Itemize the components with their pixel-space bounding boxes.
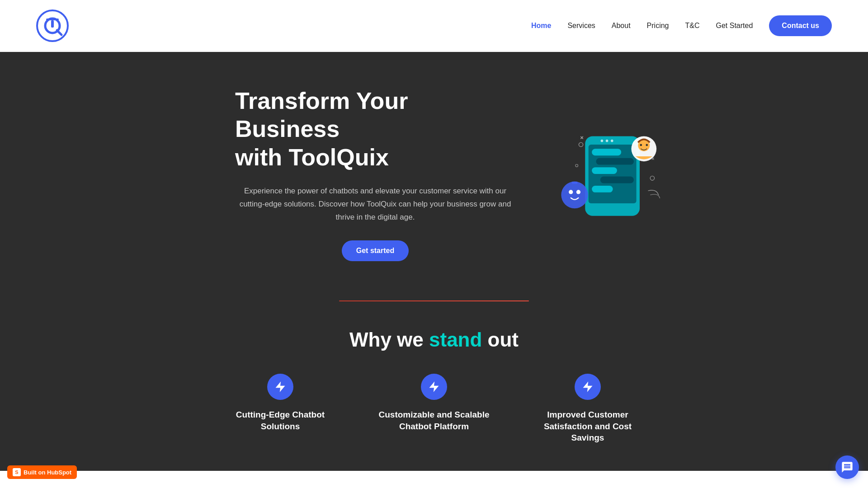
feature-item-3: Improved Customer Satisfaction and Cost … — [529, 374, 646, 444]
svg-rect-18 — [572, 182, 578, 184]
hero-section: Transform Your Business with ToolQuix Ex… — [0, 52, 868, 296]
svg-text:×: × — [580, 134, 584, 141]
svg-rect-11 — [592, 186, 613, 192]
svg-point-25 — [576, 164, 578, 167]
hubspot-icon: S — [13, 468, 21, 471]
nav-tc[interactable]: T&C — [685, 22, 700, 30]
feature-title-2: Customizable and Scalable Chatbot Platfo… — [375, 409, 493, 432]
svg-rect-7 — [592, 149, 621, 155]
nav-pricing[interactable]: Pricing — [647, 22, 669, 30]
site-header: Home Services About Pricing T&C Get Star… — [0, 0, 868, 52]
feature-title-1: Cutting-Edge Chatbot Solutions — [222, 409, 339, 432]
contact-us-button[interactable]: Contact us — [769, 15, 832, 36]
hero-content: Transform Your Business with ToolQuix Ex… — [235, 87, 515, 261]
svg-point-16 — [569, 190, 573, 194]
features-row: Cutting-Edge Chatbot Solutions Customiza… — [36, 374, 832, 444]
nav-get-started[interactable]: Get Started — [716, 22, 753, 30]
svg-rect-3 — [46, 19, 59, 20]
nav-home[interactable]: Home — [531, 22, 551, 30]
svg-point-24 — [650, 176, 654, 180]
feature-icon-3 — [575, 374, 601, 400]
svg-point-12 — [601, 140, 604, 142]
feature-title-3: Improved Customer Satisfaction and Cost … — [529, 409, 646, 444]
svg-point-22 — [646, 144, 648, 146]
main-nav: Home Services About Pricing T&C Get Star… — [531, 15, 832, 36]
divider-section — [0, 296, 868, 319]
logo[interactable] — [36, 9, 69, 42]
svg-line-2 — [57, 30, 61, 35]
svg-rect-9 — [592, 167, 617, 174]
nav-services[interactable]: Services — [567, 22, 595, 30]
feature-item-1: Cutting-Edge Chatbot Solutions — [222, 374, 339, 444]
section-divider — [339, 300, 529, 301]
svg-point-14 — [611, 140, 613, 142]
svg-point-23 — [579, 142, 583, 146]
svg-point-13 — [606, 140, 609, 142]
hero-title: Transform Your Business with ToolQuix — [235, 87, 515, 171]
svg-rect-10 — [600, 177, 634, 183]
nav-about[interactable]: About — [612, 22, 631, 30]
hubspot-badge[interactable]: S Built on HubSpot — [7, 465, 77, 471]
svg-rect-4 — [51, 20, 54, 28]
feature-icon-2 — [421, 374, 447, 400]
svg-point-15 — [561, 182, 588, 208]
feature-icon-1 — [267, 374, 293, 400]
hero-illustration: × × — [542, 120, 678, 228]
stand-out-title: Why we stand out — [36, 328, 832, 351]
svg-text:×: × — [651, 156, 655, 161]
feature-item-2: Customizable and Scalable Chatbot Platfo… — [375, 374, 493, 444]
hero-cta-button[interactable]: Get started — [342, 240, 409, 261]
stand-out-section: Why we stand out Cutting-Edge Chatbot So… — [0, 319, 868, 471]
hubspot-label: Built on HubSpot — [24, 469, 71, 471]
hero-description: Experience the power of chatbots and ele… — [235, 185, 515, 224]
svg-point-17 — [576, 190, 580, 194]
svg-point-21 — [640, 144, 642, 146]
svg-rect-8 — [596, 158, 634, 165]
